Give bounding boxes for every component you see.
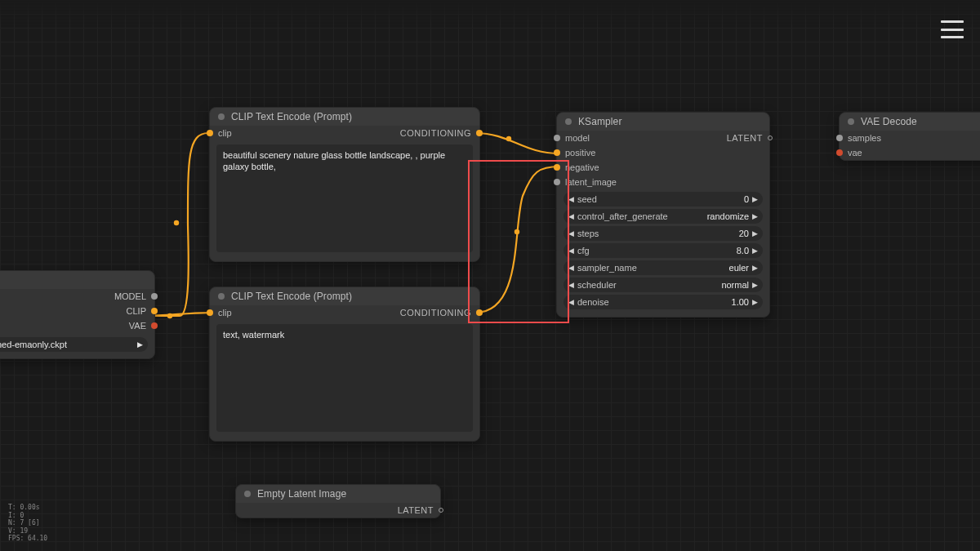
input-label-samples: samples [848,133,881,143]
widget-control-after-generate[interactable]: ◀ control_after_generate randomize ▶ [564,209,763,224]
chevron-left-icon[interactable]: ◀ [568,281,574,289]
collapse-toggle-icon[interactable] [848,118,854,125]
node-empty-latent-image[interactable]: Empty Latent Image LATENT [235,484,441,518]
input-label-positive: positive [565,148,595,158]
port-clip-in[interactable] [207,130,213,136]
widget-value: euler [729,263,749,273]
output-label-conditioning: CONDITIONING [400,128,471,138]
node-vae-decode[interactable]: VAE Decode samples IMAGE vae [839,112,980,161]
ckpt-name-widget[interactable]: v1-5-pruned-emaonly.ckpt ▶ [0,337,148,352]
widget-scheduler[interactable]: ◀ scheduler normal ▶ [564,278,763,292]
port-vae-out[interactable] [151,322,158,329]
widget-seed[interactable]: ◀ seed 0 ▶ [564,192,763,207]
widget-denoise[interactable]: ◀ denoise 1.00 ▶ [564,295,763,309]
chevron-left-icon[interactable]: ◀ [568,229,574,238]
stats-hud: T: 0.00s I: 0 N: 7 [6] V: 19 FPS: 64.10 [8,504,47,543]
menu-icon[interactable] [941,20,964,38]
widget-cfg[interactable]: ◀ cfg 8.0 ▶ [564,243,763,258]
node-title: CLIP Text Encode (Prompt) [231,111,352,122]
output-label-latent: LATENT [727,133,763,143]
widget-sampler-name[interactable]: ◀ sampler_name euler ▶ [564,260,763,275]
output-label-vae: VAE [129,321,146,331]
widget-label: control_after_generate [577,211,707,221]
port-model-out[interactable] [151,293,158,300]
input-label-model: model [565,133,590,143]
input-label-negative: negative [565,162,599,172]
widget-value: 8.0 [737,246,749,256]
prompt-text: text, watermark [223,330,284,340]
widget-value: 1.00 [732,297,749,307]
widget-value: 20 [739,229,749,238]
node-title: VAE Decode [861,116,917,127]
widget-label: denoise [577,297,732,307]
widget-value: normal [721,280,749,290]
widget-label: sampler_name [577,263,729,273]
port-negative-in[interactable] [554,164,560,171]
widget-label: seed [577,194,744,204]
node-load-checkpoint[interactable]: oint MODEL CLIP VAE v1-5-pruned-emaonly.… [0,270,155,359]
node-ksampler[interactable]: KSampler model LATENT positive negative … [556,112,770,318]
chevron-right-icon: ▶ [137,340,143,349]
widget-value: randomize [707,211,749,221]
port-latent-out[interactable] [439,508,443,513]
widget-value: 0 [744,194,749,204]
collapse-toggle-icon[interactable] [218,293,225,300]
chevron-left-icon[interactable]: ◀ [568,298,574,306]
chevron-right-icon[interactable]: ▶ [752,247,758,255]
chevron-right-icon[interactable]: ▶ [752,264,758,272]
port-latent-out[interactable] [768,136,773,140]
input-label-clip: clip [218,308,232,318]
input-label-vae: vae [848,148,862,158]
ckpt-name-value: v1-5-pruned-emaonly.ckpt [0,340,67,349]
chevron-right-icon[interactable]: ▶ [752,229,758,238]
widget-steps[interactable]: ◀ steps 20 ▶ [564,226,763,241]
node-clip-text-encode-negative[interactable]: CLIP Text Encode (Prompt) clip CONDITION… [209,287,480,442]
prompt-textarea[interactable]: text, watermark [216,324,473,432]
output-label-model: MODEL [114,291,146,301]
output-label-clip: CLIP [127,306,146,316]
widget-label: cfg [577,246,737,256]
chevron-right-icon[interactable]: ▶ [752,195,758,203]
chevron-right-icon[interactable]: ▶ [752,281,758,289]
port-positive-in[interactable] [554,149,560,156]
chevron-right-icon[interactable]: ▶ [752,298,758,306]
node-title: KSampler [578,116,622,127]
prompt-textarea[interactable]: beautiful scenery nature glass bottle la… [216,144,473,252]
node-clip-text-encode-positive[interactable]: CLIP Text Encode (Prompt) clip CONDITION… [209,107,480,262]
prompt-text: beautiful scenery nature glass bottle la… [223,150,445,171]
port-clip-out[interactable] [151,308,158,314]
chevron-left-icon[interactable]: ◀ [568,195,574,203]
collapse-toggle-icon[interactable] [244,491,251,497]
chevron-right-icon[interactable]: ▶ [752,212,758,220]
port-conditioning-out[interactable] [476,309,483,316]
output-label-conditioning: CONDITIONING [400,308,471,318]
port-vae-in[interactable] [836,149,843,156]
widget-label: steps [577,229,739,238]
collapse-toggle-icon[interactable] [565,118,572,125]
port-latent-image-in[interactable] [554,179,560,185]
input-label-clip: clip [218,128,232,138]
port-model-in[interactable] [554,135,560,141]
output-label-latent: LATENT [398,505,434,515]
collapse-toggle-icon[interactable] [218,113,225,120]
input-label-latent-image: latent_image [565,177,617,187]
chevron-left-icon[interactable]: ◀ [568,247,574,255]
chevron-left-icon[interactable]: ◀ [568,212,574,220]
node-title: CLIP Text Encode (Prompt) [231,291,352,302]
chevron-left-icon[interactable]: ◀ [568,264,574,272]
port-clip-in[interactable] [207,309,213,316]
node-title: Empty Latent Image [257,488,346,500]
port-conditioning-out[interactable] [476,130,483,136]
widget-label: scheduler [577,280,721,290]
port-samples-in[interactable] [836,135,843,141]
